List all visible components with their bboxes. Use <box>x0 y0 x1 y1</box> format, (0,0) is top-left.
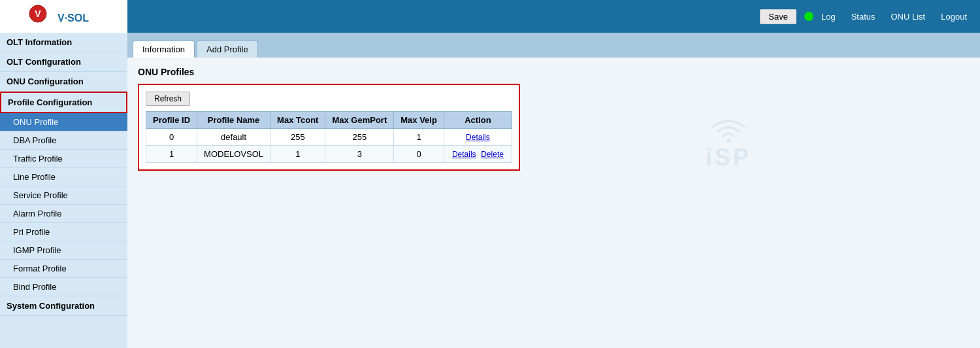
sidebar-item-profile-configuration[interactable]: Profile Configuration <box>0 92 127 113</box>
table-container: Refresh Profile ID Profile Name Max Tcon… <box>138 84 520 171</box>
cell-max-gemport: 255 <box>325 129 394 146</box>
content-area: ONU Profiles Refresh Profile ID Profile … <box>127 58 980 180</box>
col-profile-name: Profile Name <box>197 112 270 129</box>
cell-max-veip: 1 <box>394 129 444 146</box>
cell-profile-id: 1 <box>146 146 197 163</box>
cell-action: Details <box>444 129 512 146</box>
sidebar-item-olt-configuration[interactable]: OLT Configuration <box>0 52 127 72</box>
vsol-logo: V V·SOL <box>25 3 103 29</box>
table-row: 1 MODELOVSOL 1 3 0 Details Delete <box>146 146 512 163</box>
cell-profile-name: default <box>197 129 270 146</box>
sidebar-item-onu-profile[interactable]: ONU Profile <box>0 113 127 131</box>
wifi-icon <box>709 118 748 144</box>
sidebar-item-line-profile[interactable]: Line Profile <box>0 168 127 186</box>
log-link[interactable]: Log <box>821 12 836 22</box>
col-max-gemport: Max GemPort <box>325 112 394 129</box>
onu-profiles-table: Profile ID Profile Name Max Tcont Max Ge… <box>146 111 512 163</box>
cell-action: Details Delete <box>444 146 512 163</box>
col-profile-id: Profile ID <box>146 112 197 129</box>
cell-max-tcont: 255 <box>270 129 325 146</box>
layout: OLT Information OLT Configuration ONU Co… <box>0 33 980 348</box>
sidebar-item-pri-profile[interactable]: Pri Profile <box>0 223 127 241</box>
col-max-veip: Max Veip <box>394 112 444 129</box>
sidebar-item-onu-configuration[interactable]: ONU Configuration <box>0 72 127 92</box>
header: V V·SOL Save Log Status ONU List Logout <box>0 0 980 33</box>
main-content: Information Add Profile ONU Profiles Ref… <box>127 33 980 348</box>
sidebar-item-bind-profile[interactable]: Bind Profile <box>0 278 127 296</box>
sidebar: OLT Information OLT Configuration ONU Co… <box>0 33 127 348</box>
cell-profile-name: MODELOVSOL <box>197 146 270 163</box>
page-title: ONU Profiles <box>138 67 970 77</box>
save-button[interactable]: Save <box>760 9 796 24</box>
status-indicator <box>804 12 813 21</box>
svg-point-3 <box>727 139 730 143</box>
refresh-button[interactable]: Refresh <box>146 92 190 106</box>
sidebar-item-traffic-profile[interactable]: Traffic Profile <box>0 150 127 168</box>
col-max-tcont: Max Tcont <box>270 112 325 129</box>
cell-max-veip: 0 <box>394 146 444 163</box>
status-link[interactable]: Status <box>851 12 875 22</box>
table-row: 0 default 255 255 1 Details <box>146 129 512 146</box>
sidebar-item-olt-information[interactable]: OLT Information <box>0 33 127 52</box>
sidebar-item-igmp-profile[interactable]: IGMP Profile <box>0 241 127 260</box>
cell-max-tcont: 1 <box>270 146 325 163</box>
isp-watermark: iSP <box>706 118 751 171</box>
details-link-1[interactable]: Details <box>452 150 476 159</box>
svg-text:V·SOL: V·SOL <box>57 12 89 24</box>
sidebar-item-dba-profile[interactable]: DBA Profile <box>0 131 127 150</box>
sidebar-item-service-profile[interactable]: Service Profile <box>0 186 127 205</box>
logo-area: V V·SOL <box>0 0 127 33</box>
col-action: Action <box>444 112 512 129</box>
delete-link-1[interactable]: Delete <box>481 150 504 159</box>
svg-text:V: V <box>35 9 41 19</box>
tab-add-profile[interactable]: Add Profile <box>197 41 258 58</box>
tab-information[interactable]: Information <box>133 41 195 58</box>
cell-profile-id: 0 <box>146 129 197 146</box>
sidebar-item-system-configuration[interactable]: System Configuration <box>0 296 127 316</box>
details-link-0[interactable]: Details <box>466 133 490 142</box>
header-nav: Save Log Status ONU List Logout <box>760 9 967 24</box>
tab-bar: Information Add Profile <box>127 33 980 58</box>
onu-list-link[interactable]: ONU List <box>891 12 926 22</box>
sidebar-item-alarm-profile[interactable]: Alarm Profile <box>0 205 127 223</box>
sidebar-item-format-profile[interactable]: Format Profile <box>0 260 127 278</box>
cell-max-gemport: 3 <box>325 146 394 163</box>
logout-link[interactable]: Logout <box>941 12 967 22</box>
